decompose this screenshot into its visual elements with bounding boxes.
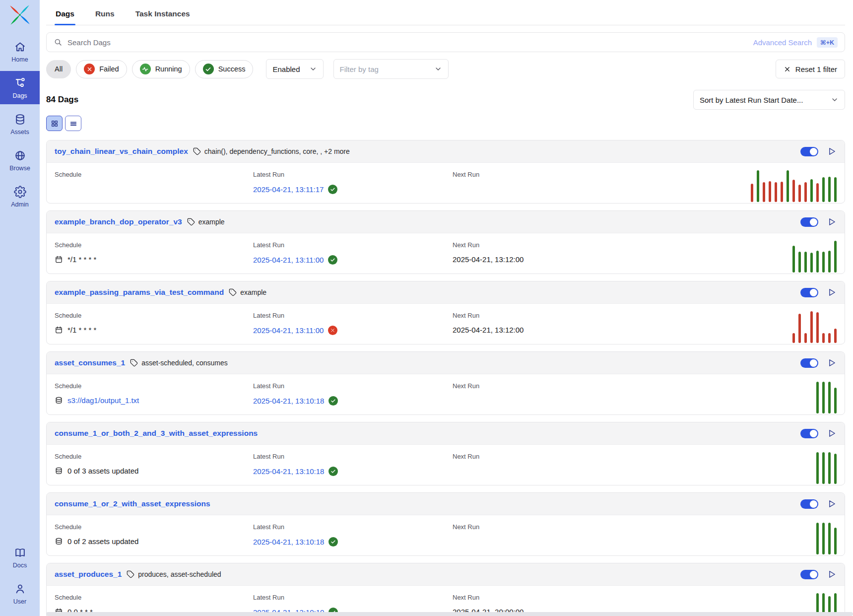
enabled-filter-select[interactable]: Enabled: [266, 59, 323, 79]
latest-run-link[interactable]: 2025-04-21, 13:10:18: [253, 397, 324, 405]
latest-run-link[interactable]: 2025-04-21, 13:10:18: [253, 538, 324, 546]
trigger-dag-button[interactable]: [827, 358, 837, 368]
run-bar[interactable]: [792, 246, 795, 273]
run-bar[interactable]: [816, 183, 819, 202]
run-bar[interactable]: [804, 252, 807, 273]
tab-runs[interactable]: Runs: [94, 7, 116, 25]
run-history-chart: [816, 382, 837, 413]
trigger-dag-button[interactable]: [827, 217, 837, 227]
search-icon: [54, 38, 63, 47]
dag-enabled-toggle[interactable]: [800, 288, 818, 297]
run-bar[interactable]: [816, 312, 819, 343]
dag-enabled-toggle[interactable]: [800, 147, 818, 156]
schedule-label: Schedule: [55, 453, 253, 460]
latest-run-link[interactable]: 2025-04-21, 13:10:18: [253, 467, 324, 476]
tab-dags[interactable]: Dags: [55, 7, 75, 25]
dag-enabled-toggle[interactable]: [800, 499, 818, 509]
run-bar[interactable]: [828, 452, 831, 484]
dag-name-link[interactable]: asset_consumes_1: [55, 358, 125, 367]
run-bar[interactable]: [792, 180, 795, 202]
run-bar[interactable]: [810, 311, 813, 343]
run-bar[interactable]: [822, 523, 825, 554]
run-bar[interactable]: [822, 252, 825, 273]
dag-name-link[interactable]: asset_produces_1: [55, 570, 122, 579]
sidebar-item-user[interactable]: User: [0, 577, 40, 610]
run-bar[interactable]: [816, 251, 819, 273]
run-bar[interactable]: [751, 184, 753, 202]
run-bar[interactable]: [763, 182, 765, 202]
run-bar[interactable]: [828, 177, 831, 202]
schedule-asset-link[interactable]: s3://dag1/output_1.txt: [67, 396, 139, 405]
latest-run-link[interactable]: 2025-04-21, 13:11:17: [253, 185, 324, 194]
tab-task-instances[interactable]: Task Instances: [134, 7, 191, 25]
table-view-button[interactable]: [65, 116, 81, 131]
toggle-knob: [810, 430, 817, 437]
trigger-dag-button[interactable]: [827, 287, 837, 297]
sidebar-item-home[interactable]: Home: [0, 35, 40, 68]
trigger-dag-button[interactable]: [827, 499, 837, 509]
horizontal-scrollbar[interactable]: [46, 612, 853, 616]
advanced-search-link[interactable]: Advanced Search: [753, 38, 812, 47]
run-bar[interactable]: [798, 252, 801, 273]
run-bar[interactable]: [775, 182, 777, 202]
dag-name-link[interactable]: example_passing_params_via_test_command: [55, 288, 224, 297]
run-bar[interactable]: [822, 452, 825, 484]
trigger-dag-button[interactable]: [827, 146, 837, 156]
run-bar[interactable]: [822, 333, 825, 343]
run-bar[interactable]: [834, 329, 837, 343]
run-bar[interactable]: [822, 177, 825, 202]
filter-chip-running[interactable]: Running: [132, 60, 190, 78]
sidebar-item-admin[interactable]: Admin: [0, 180, 40, 213]
dag-enabled-toggle[interactable]: [800, 217, 818, 227]
run-bar[interactable]: [810, 253, 813, 273]
next-run-value: 2025-04-21, 13:12:00: [453, 326, 837, 334]
run-bar[interactable]: [816, 452, 819, 484]
tag-filter-select[interactable]: Filter by tag: [333, 59, 449, 79]
trigger-dag-button[interactable]: [827, 428, 837, 438]
sort-select[interactable]: Sort by Latest Run Start Date...: [693, 90, 845, 110]
trigger-dag-button[interactable]: [827, 569, 837, 579]
dag-enabled-toggle[interactable]: [800, 429, 818, 438]
run-bar[interactable]: [828, 251, 831, 273]
filter-chip-success[interactable]: Success: [195, 60, 254, 78]
dag-name-link[interactable]: consume_1_or_2_with_asset_expressions: [55, 499, 210, 508]
run-bar[interactable]: [757, 170, 759, 202]
sidebar-item-docs[interactable]: Docs: [0, 541, 40, 574]
dag-name-link[interactable]: example_branch_dop_operator_v3: [55, 217, 182, 226]
run-bar[interactable]: [828, 382, 831, 413]
run-bar[interactable]: [834, 241, 837, 273]
run-bar[interactable]: [804, 182, 807, 202]
run-bar[interactable]: [816, 523, 819, 554]
run-bar[interactable]: [798, 185, 801, 202]
dag-name-link[interactable]: consume_1_or_both_2_and_3_with_asset_exp…: [55, 429, 258, 438]
latest-run-link[interactable]: 2025-04-21, 13:11:00: [253, 326, 324, 335]
run-bar[interactable]: [792, 333, 795, 343]
latest-run-link[interactable]: 2025-04-21, 13:11:00: [253, 256, 324, 264]
run-bar[interactable]: [769, 181, 771, 202]
run-bar[interactable]: [834, 177, 837, 202]
run-bar[interactable]: [781, 182, 783, 202]
run-bar[interactable]: [828, 523, 831, 554]
dag-enabled-toggle[interactable]: [800, 358, 818, 368]
run-bar[interactable]: [816, 382, 819, 413]
run-bar[interactable]: [822, 382, 825, 413]
run-bar[interactable]: [804, 333, 807, 343]
run-bar[interactable]: [834, 388, 837, 413]
sidebar-bottom-nav: DocsUser: [0, 541, 40, 613]
filter-chip-failed[interactable]: Failed: [76, 60, 127, 78]
dag-name-link[interactable]: toy_chain_linear_vs_chain_complex: [55, 147, 188, 156]
run-bar[interactable]: [810, 179, 813, 202]
reset-filter-button[interactable]: Reset 1 filter: [776, 60, 845, 78]
run-bar[interactable]: [798, 314, 801, 343]
sidebar-item-browse[interactable]: Browse: [0, 143, 40, 177]
sidebar-item-assets[interactable]: Assets: [0, 107, 40, 140]
run-bar[interactable]: [787, 170, 789, 202]
run-bar[interactable]: [828, 333, 831, 343]
sidebar-item-dags[interactable]: Dags: [0, 71, 40, 104]
dag-enabled-toggle[interactable]: [800, 570, 818, 579]
search-input[interactable]: [67, 38, 748, 47]
run-bar[interactable]: [834, 528, 837, 554]
card-view-button[interactable]: [46, 116, 63, 131]
filter-chip-all[interactable]: All: [46, 60, 71, 78]
run-bar[interactable]: [834, 454, 837, 484]
